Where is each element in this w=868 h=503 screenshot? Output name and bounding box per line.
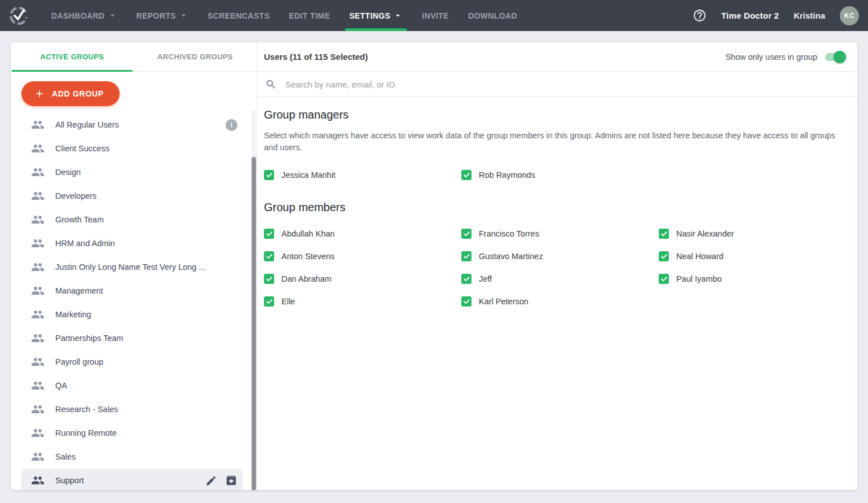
nav-item-settings[interactable]: SETTINGS [340, 0, 412, 31]
nav-item-reports[interactable]: REPORTS [127, 0, 198, 31]
checked-checkbox-icon[interactable] [264, 170, 274, 180]
toggle-switch[interactable] [825, 53, 844, 61]
sidebar-scrollbar-thumb[interactable] [252, 157, 256, 490]
search-input[interactable] [285, 80, 844, 89]
info-icon[interactable]: i [226, 119, 237, 131]
checked-checkbox-icon[interactable] [264, 274, 274, 284]
tab-archived-groups[interactable]: ARCHIVED GROUPS [134, 42, 257, 71]
group-managers-heading: Group managers [264, 108, 844, 121]
checked-checkbox-icon[interactable] [461, 251, 472, 261]
main-menu: DASHBOARDREPORTSSCREENCASTSEDIT TIMESETT… [42, 0, 527, 31]
member-checkbox-anton-stevens[interactable]: Anton Stevens [264, 245, 461, 268]
nav-item-label: INVITE [422, 11, 449, 20]
nav-item-dashboard[interactable]: DASHBOARD [42, 0, 127, 31]
manager-checkbox-rob-raymonds[interactable]: Rob Raymonds [461, 164, 659, 186]
user-avatar[interactable]: KC [840, 6, 859, 25]
group-name-label: Marketing [55, 310, 91, 319]
product-name: Time Doctor 2 [721, 11, 779, 20]
sidebar-group-payroll-group[interactable]: Payroll group [21, 350, 243, 374]
member-checkbox-paul-iyambo[interactable]: Paul Iyambo [659, 268, 856, 290]
timedoctor-logo-icon[interactable] [8, 5, 29, 27]
sidebar-group-research-sales[interactable]: Research - Sales [21, 397, 243, 421]
sidebar-group-marketing[interactable]: Marketing [21, 303, 243, 326]
group-people-icon [31, 165, 45, 179]
person-name-label: Anton Stevens [281, 252, 334, 261]
sidebar-group-support[interactable]: Support [21, 469, 243, 490]
nav-item-edit-time[interactable]: EDIT TIME [279, 0, 340, 31]
members-list: Abdullah KhanAnton StevensDan AbrahamEll… [264, 222, 844, 313]
sidebar-group-design[interactable]: Design [21, 160, 243, 184]
group-name-label: Justin Only Long Name Test Very Long ... [55, 263, 206, 272]
member-checkbox-karl-peterson[interactable]: Karl Peterson [461, 290, 659, 313]
group-list: All Regular UsersiClient SuccessDesignDe… [11, 113, 257, 490]
checked-checkbox-icon[interactable] [659, 251, 669, 261]
person-name-label: Neal Howard [676, 252, 724, 261]
sidebar-group-partnerships-team[interactable]: Partnerships Team [21, 326, 243, 350]
tab-label: ARCHIVED GROUPS [157, 53, 233, 61]
checked-checkbox-icon[interactable] [264, 251, 274, 261]
group-name-label: QA [55, 381, 67, 390]
group-name-label: All Regular Users [55, 120, 119, 129]
sidebar-group-justin-only-long-name-test-very-long[interactable]: Justin Only Long Name Test Very Long ... [21, 255, 243, 279]
checked-checkbox-icon[interactable] [461, 296, 472, 307]
group-people-icon [31, 403, 45, 416]
users-selected-title: Users (11 of 115 Selected) [264, 52, 368, 62]
nav-item-label: REPORTS [136, 11, 176, 20]
sidebar-group-qa[interactable]: QA [21, 374, 243, 397]
checked-checkbox-icon[interactable] [264, 296, 274, 307]
member-checkbox-abdullah-khan[interactable]: Abdullah Khan [264, 222, 461, 245]
sidebar-group-running-remote[interactable]: Running Remote [21, 421, 243, 445]
checked-checkbox-icon[interactable] [461, 274, 472, 284]
nav-item-download[interactable]: DOWNLOAD [459, 0, 527, 31]
member-checkbox-dan-abraham[interactable]: Dan Abraham [264, 268, 461, 290]
group-managers-description: Select which managers have access to vie… [264, 130, 844, 154]
sidebar-group-all-regular-users[interactable]: All Regular Usersi [21, 113, 243, 137]
person-name-label: Rob Raymonds [479, 170, 535, 180]
sidebar-group-client-success[interactable]: Client Success [21, 137, 243, 160]
checked-checkbox-icon[interactable] [659, 274, 669, 284]
show-only-users-toggle[interactable]: Show only users in group [725, 53, 844, 62]
archive-icon[interactable] [225, 474, 237, 487]
group-detail-panel: Users (11 of 115 Selected) Show only use… [257, 42, 857, 490]
member-checkbox-elle[interactable]: Elle [264, 290, 461, 313]
group-name-label: Sales [55, 452, 76, 461]
member-checkbox-gustavo-martinez[interactable]: Gustavo Martinez [461, 245, 659, 268]
groups-settings-card: ACTIVE GROUPSARCHIVED GROUPS ADD GROUP A… [11, 42, 857, 490]
checked-checkbox-icon[interactable] [659, 229, 669, 239]
groups-sidebar: ACTIVE GROUPSARCHIVED GROUPS ADD GROUP A… [11, 42, 257, 490]
nav-item-label: SETTINGS [349, 11, 390, 20]
nav-item-screencasts[interactable]: SCREENCASTS [198, 0, 279, 31]
sidebar-scrollbar [252, 111, 256, 490]
group-people-icon [31, 213, 45, 226]
user-search-bar [257, 72, 857, 97]
add-group-button[interactable]: ADD GROUP [21, 81, 120, 106]
sidebar-group-management[interactable]: Management [21, 279, 243, 303]
sidebar-group-growth-team[interactable]: Growth Team [21, 208, 243, 231]
member-checkbox-francisco-torres[interactable]: Francisco Torres [461, 222, 659, 245]
checked-checkbox-icon[interactable] [264, 229, 274, 239]
group-members-heading: Group members [264, 201, 844, 214]
search-icon [265, 78, 277, 90]
nav-item-invite[interactable]: INVITE [412, 0, 459, 31]
sidebar-group-hrm-and-admin[interactable]: HRM and Admin [21, 231, 243, 255]
managers-list: Jessica ManhitRob Raymonds [264, 164, 844, 186]
chevron-down-icon [108, 11, 117, 20]
edit-icon[interactable] [205, 475, 217, 487]
tab-active-groups[interactable]: ACTIVE GROUPS [11, 42, 134, 71]
member-checkbox-jeff[interactable]: Jeff [461, 268, 659, 290]
top-navigation-bar: DASHBOARDREPORTSSCREENCASTSEDIT TIMESETT… [0, 0, 868, 31]
member-checkbox-nasir-alexander[interactable]: Nasir Alexander [659, 222, 856, 245]
person-name-label: Nasir Alexander [676, 229, 734, 238]
manager-checkbox-jessica-manhit[interactable]: Jessica Manhit [264, 164, 461, 186]
groups-list-container: ADD GROUP All Regular UsersiClient Succe… [11, 72, 257, 490]
sidebar-group-developers[interactable]: Developers [21, 184, 243, 208]
person-name-label: Abdullah Khan [281, 229, 334, 238]
sidebar-group-sales[interactable]: Sales [21, 445, 243, 469]
group-people-icon [31, 355, 45, 369]
member-checkbox-neal-howard[interactable]: Neal Howard [659, 245, 856, 268]
group-people-icon [31, 142, 45, 155]
help-icon[interactable] [693, 8, 707, 23]
checked-checkbox-icon[interactable] [461, 229, 472, 239]
group-people-icon [31, 450, 45, 463]
checked-checkbox-icon[interactable] [461, 170, 472, 180]
